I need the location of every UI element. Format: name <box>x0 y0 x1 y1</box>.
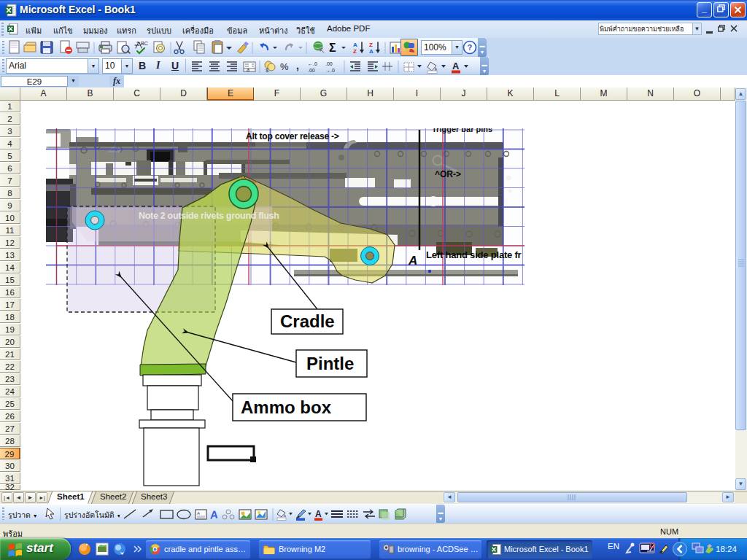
svg-text:Ammo box: Ammo box <box>241 397 332 417</box>
svg-text:Trigger bar pins: Trigger bar pins <box>432 125 492 133</box>
svg-text:A: A <box>408 254 417 268</box>
svg-text:A: A <box>197 511 200 516</box>
svg-text:A: A <box>209 508 219 521</box>
svg-text:Alt top cover release ->: Alt top cover release -> <box>246 131 339 141</box>
svg-text:Pintle: Pintle <box>306 354 354 373</box>
svg-text:Left hand side plate fr: Left hand side plate fr <box>426 249 522 260</box>
svg-text:Note 2 outside rivets ground f: Note 2 outside rivets ground flush <box>139 211 279 221</box>
svg-text:Cradle: Cradle <box>280 311 335 331</box>
svg-text:A: A <box>315 509 322 519</box>
svg-text:^OR->: ^OR-> <box>435 169 461 179</box>
